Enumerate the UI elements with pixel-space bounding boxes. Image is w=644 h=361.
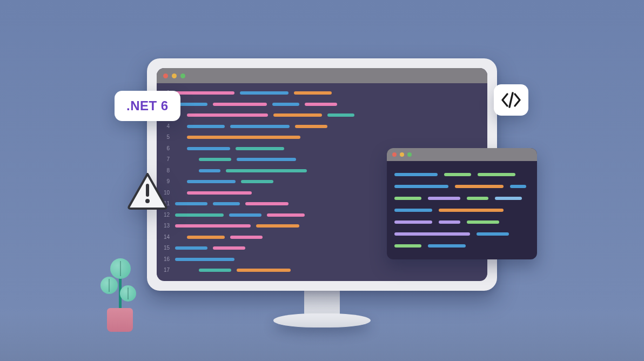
line-number: 4 bbox=[157, 121, 174, 132]
line-number: 16 bbox=[157, 254, 174, 265]
net6-label: .NET 6 bbox=[126, 98, 169, 113]
line-number: 14 bbox=[157, 232, 174, 243]
plant-decoration bbox=[99, 251, 143, 332]
secondary-code-area bbox=[387, 161, 537, 257]
code-icon bbox=[501, 92, 521, 108]
close-icon bbox=[163, 73, 168, 78]
secondary-titlebar bbox=[387, 148, 537, 161]
editor-titlebar bbox=[157, 68, 487, 83]
monitor-base bbox=[273, 313, 371, 327]
minimize-icon bbox=[172, 73, 177, 78]
plant-leaf bbox=[110, 258, 131, 279]
maximize-icon bbox=[180, 73, 185, 78]
line-number: 13 bbox=[157, 220, 174, 232]
code-icon-card bbox=[494, 84, 528, 116]
plant-leaf bbox=[120, 285, 136, 302]
svg-point-1 bbox=[145, 199, 150, 203]
line-number: 7 bbox=[157, 154, 174, 165]
line-number: 15 bbox=[157, 243, 174, 254]
plant-leaf bbox=[100, 277, 118, 294]
svg-rect-0 bbox=[146, 184, 149, 197]
minimize-icon bbox=[400, 152, 404, 157]
line-number: 5 bbox=[157, 132, 174, 143]
plant-pot bbox=[107, 308, 133, 332]
secondary-window bbox=[387, 148, 537, 259]
line-number: 17 bbox=[157, 265, 174, 276]
maximize-icon bbox=[407, 152, 412, 157]
line-number: 12 bbox=[157, 210, 174, 221]
net6-badge: .NET 6 bbox=[115, 91, 180, 121]
close-icon bbox=[392, 152, 397, 157]
warning-icon bbox=[128, 173, 167, 210]
line-number: 6 bbox=[157, 143, 174, 155]
